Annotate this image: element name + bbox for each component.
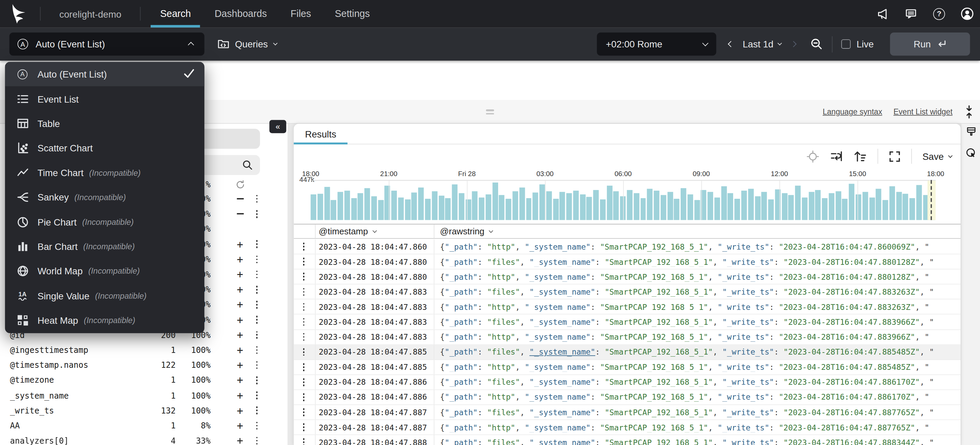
remove-field-button[interactable] xyxy=(233,206,248,221)
field-menu-button[interactable] xyxy=(251,433,262,445)
histogram-plot[interactable]: 18:0021:00Fri 2803:0006:0009:0012:0015:0… xyxy=(310,180,935,220)
live-checkbox[interactable] xyxy=(842,39,851,49)
help-icon[interactable]: ? xyxy=(932,7,946,20)
event-menu-button[interactable] xyxy=(298,254,310,269)
event-row[interactable]: 2023-04-28 18:04:47.880{"_path": "http",… xyxy=(294,270,960,284)
field-menu-button[interactable] xyxy=(251,372,262,388)
time-back-button[interactable] xyxy=(723,42,739,46)
queries-button[interactable]: Queries xyxy=(217,32,276,56)
view-menu-item-time-chart[interactable]: Time Chart(Incompatible) xyxy=(5,161,205,185)
add-field-button[interactable]: + xyxy=(233,433,248,445)
collapse-editor-button[interactable] xyxy=(964,105,974,121)
nav-tab-dashboards[interactable]: Dashboards xyxy=(203,0,279,27)
view-menu-item-auto-event-list[interactable]: AAuto (Event List) xyxy=(5,62,205,87)
zoom-out-button[interactable] xyxy=(810,38,824,51)
event-row[interactable]: 2023-04-28 18:04:47.883{"_path": "files"… xyxy=(294,284,960,299)
time-range-button[interactable]: Last 1d xyxy=(743,39,781,49)
results-tab[interactable]: Results xyxy=(305,129,336,139)
field-menu-button[interactable] xyxy=(251,237,262,252)
field-menu-button[interactable] xyxy=(251,388,262,403)
add-field-button[interactable]: + xyxy=(233,312,248,327)
link-event-list-widget[interactable]: Event List widget xyxy=(893,107,952,116)
sort-order-button[interactable] xyxy=(854,150,867,162)
add-field-button[interactable]: + xyxy=(233,327,248,343)
event-row[interactable]: 2023-04-28 18:04:47.887{"_path": "files"… xyxy=(294,405,960,420)
field-menu-button[interactable] xyxy=(251,327,262,343)
event-row[interactable]: 2023-04-28 18:04:47.883{"_path": "http",… xyxy=(294,300,960,315)
account-icon[interactable] xyxy=(961,7,974,20)
add-field-button[interactable]: + xyxy=(233,418,248,433)
event-row[interactable]: 2023-04-28 18:04:47.860{"_path": "http",… xyxy=(294,240,960,254)
event-row[interactable]: 2023-04-28 18:04:47.888{"_path": "files"… xyxy=(294,435,960,445)
view-menu-item-sankey[interactable]: Sankey(Incompatible) xyxy=(5,185,205,210)
field-menu-button[interactable] xyxy=(251,252,262,267)
field-menu-button[interactable] xyxy=(251,358,262,373)
event-menu-button[interactable] xyxy=(298,360,310,375)
event-row[interactable]: 2023-04-28 18:04:47.886{"_path": "http",… xyxy=(294,390,960,405)
timestamp-column-header[interactable]: @timestamp xyxy=(319,224,376,238)
view-menu-item-world-map[interactable]: World Map(Incompatible) xyxy=(5,259,205,283)
nav-tab-search[interactable]: Search xyxy=(148,0,203,27)
field-menu-button[interactable] xyxy=(251,403,262,418)
field-row[interactable]: _system_name1100%+ xyxy=(0,388,288,403)
event-menu-button[interactable] xyxy=(298,435,310,445)
nav-tab-settings[interactable]: Settings xyxy=(323,0,382,27)
field-row[interactable]: AA18%+ xyxy=(0,418,288,433)
event-histogram[interactable]: 447k 18:0021:00Fri 2803:0006:0009:0012:0… xyxy=(294,168,960,224)
view-menu-item-single-value[interactable]: 1ASingle Value(Incompatible) xyxy=(5,283,205,308)
timezone-select[interactable]: +02:00 Rome xyxy=(597,32,716,56)
event-menu-button[interactable] xyxy=(298,345,310,359)
event-row[interactable]: 2023-04-28 18:04:47.880{"_path": "files"… xyxy=(294,254,960,269)
event-menu-button[interactable] xyxy=(298,420,310,435)
time-forward-button[interactable] xyxy=(785,42,802,46)
run-button[interactable]: Run xyxy=(890,32,970,56)
view-selector-button[interactable]: A Auto (Event List) xyxy=(10,32,205,56)
event-row[interactable]: 2023-04-28 18:04:47.885{"_path": "files"… xyxy=(294,345,960,360)
add-field-button[interactable]: + xyxy=(233,297,248,312)
event-row[interactable]: 2023-04-28 18:04:47.885{"_path": "http",… xyxy=(294,360,960,375)
event-menu-button[interactable] xyxy=(298,375,310,389)
field-row[interactable]: @timestamp.nanos122100%+ xyxy=(0,358,288,373)
field-menu-button[interactable] xyxy=(251,297,262,312)
view-menu-item-event-list[interactable]: Event List xyxy=(5,86,205,111)
formatting-button[interactable] xyxy=(966,126,977,138)
event-menu-button[interactable] xyxy=(298,405,310,420)
save-button[interactable]: Save xyxy=(923,151,952,162)
follow-results-button[interactable] xyxy=(806,150,819,163)
add-field-button[interactable]: + xyxy=(233,237,248,252)
field-row[interactable]: _write_ts132100%+ xyxy=(0,403,288,418)
feedback-icon[interactable] xyxy=(905,7,918,20)
rawstring-column-header[interactable]: @rawstring xyxy=(440,224,492,238)
announcements-icon[interactable] xyxy=(877,7,889,20)
event-menu-button[interactable] xyxy=(298,300,310,314)
event-row[interactable]: 2023-04-28 18:04:47.883{"_path": "http",… xyxy=(294,330,960,345)
link-language-syntax[interactable]: Language syntax xyxy=(822,107,882,116)
view-menu-item-scatter-chart[interactable]: Scatter Chart xyxy=(5,136,205,161)
interactions-button[interactable] xyxy=(966,148,977,159)
field-menu-button[interactable] xyxy=(251,206,262,221)
view-menu-item-pie-chart[interactable]: Pie Chart(Incompatible) xyxy=(5,210,205,234)
field-menu-button[interactable] xyxy=(251,312,262,327)
field-menu-button[interactable] xyxy=(251,342,262,358)
add-field-button[interactable]: + xyxy=(233,403,248,418)
add-field-button[interactable]: + xyxy=(233,358,248,373)
field-row[interactable]: analyzers[0]433%+ xyxy=(0,433,288,445)
field-menu-button[interactable] xyxy=(251,191,262,207)
field-row[interactable]: @ingesttimestamp1100%+ xyxy=(0,342,288,358)
add-field-button[interactable]: + xyxy=(233,372,248,388)
collapse-fields-panel-button[interactable]: « xyxy=(269,120,286,133)
view-menu-item-bar-chart[interactable]: Bar Chart(Incompatible) xyxy=(5,234,205,259)
refresh-fields-button[interactable] xyxy=(233,178,248,191)
event-row[interactable]: 2023-04-28 18:04:47.887{"_path": "http",… xyxy=(294,420,960,435)
nav-tab-files[interactable]: Files xyxy=(279,0,323,27)
event-menu-button[interactable] xyxy=(298,330,310,345)
event-menu-button[interactable] xyxy=(298,284,310,299)
remove-field-button[interactable] xyxy=(233,191,248,207)
event-row[interactable]: 2023-04-28 18:04:47.883{"_path": "files"… xyxy=(294,315,960,329)
event-menu-button[interactable] xyxy=(298,270,310,284)
event-menu-button[interactable] xyxy=(298,240,310,254)
event-menu-button[interactable] xyxy=(298,390,310,405)
field-menu-button[interactable] xyxy=(251,282,262,297)
event-menu-button[interactable] xyxy=(298,315,310,329)
field-menu-button[interactable] xyxy=(251,418,262,433)
